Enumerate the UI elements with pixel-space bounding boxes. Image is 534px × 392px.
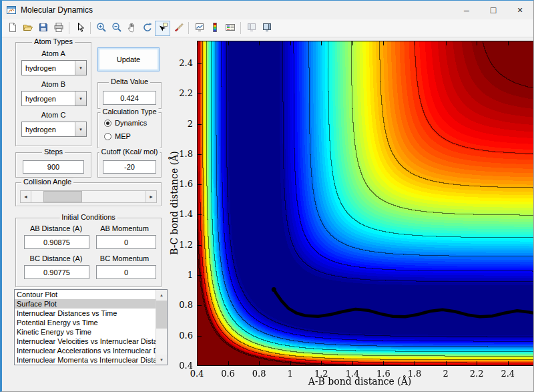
bc-momentum-field[interactable]: 0 (96, 265, 156, 279)
radio-selected-icon (104, 120, 111, 127)
close-button[interactable]: × (507, 1, 533, 19)
zoom-out-button[interactable] (109, 21, 124, 36)
mep-radio[interactable]: MEP (104, 132, 131, 140)
list-item[interactable]: Potential Energy vs Time (15, 318, 156, 327)
slider-track[interactable] (31, 191, 146, 202)
y-tick-label: 2.4 (173, 58, 193, 68)
x-tick-label: 0.6 (217, 369, 240, 379)
zoom-out-icon (111, 22, 122, 35)
ab-distance-field[interactable]: 0.90875 (24, 235, 89, 249)
x-tick-label: 2.4 (497, 369, 519, 379)
link-plot-button[interactable] (192, 21, 207, 36)
scroll-down-icon[interactable]: ▼ (156, 355, 167, 365)
rotate-3d-icon (142, 22, 153, 35)
atom-a-dropdown-value: hydrogen (22, 64, 75, 72)
delta-value-panel: Delta Value 0.424 (97, 82, 162, 109)
hide-plot-tools-button[interactable] (244, 21, 259, 36)
y-tick-label: 2.2 (173, 88, 193, 98)
atom-types-panel: Atom Types Atom A hydrogen ▼ Atom B hydr… (15, 42, 91, 146)
chevron-down-icon: ▼ (75, 61, 86, 75)
y-tick-label: 0.4 (173, 361, 193, 371)
atom-c-dropdown-value: hydrogen (22, 126, 75, 134)
insert-colorbar-button[interactable] (207, 21, 222, 36)
brush-button[interactable] (170, 21, 186, 36)
chevron-down-icon: ▼ (75, 122, 86, 136)
list-item[interactable]: Internuclear Velocities vs Internuclear … (15, 337, 156, 346)
steps-panel: Steps 900 (15, 152, 91, 178)
scrollbar-track[interactable] (156, 300, 167, 355)
minimize-button[interactable]: – (453, 1, 480, 19)
cutoff-field[interactable]: -20 (103, 160, 156, 174)
dynamics-radio[interactable]: Dynamics (104, 119, 147, 127)
chevron-down-icon: ▼ (75, 91, 86, 106)
collision-angle-panel-title: Collision Angle (21, 178, 73, 186)
collision-angle-slider[interactable]: ◄ ► (20, 190, 157, 203)
data-cursor-icon (158, 22, 168, 35)
print-icon (53, 22, 64, 35)
initial-conditions-panel-title: Initial Conditions (59, 213, 117, 221)
open-folder-button[interactable] (20, 21, 35, 36)
update-button[interactable]: Update (97, 47, 160, 71)
plot-type-listbox[interactable]: Contour PlotSurface PlotInternuclear Dis… (14, 289, 168, 365)
toolbar-separator (240, 22, 241, 34)
hide-plot-tools-icon (246, 22, 257, 35)
x-axis-label: A-B bond distance (Å) (266, 376, 453, 387)
listbox-scrollbar[interactable]: ▲ ▼ (156, 290, 167, 365)
rotate-3d-button[interactable] (140, 21, 155, 36)
figure-toolbar (2, 19, 533, 37)
pes-contour-canvas[interactable] (197, 41, 534, 366)
save-icon (38, 22, 49, 35)
data-cursor-button[interactable] (155, 21, 170, 36)
slider-right-arrow-button[interactable]: ► (146, 191, 156, 202)
scroll-up-icon[interactable]: ▲ (156, 290, 167, 300)
mep-radio-label: MEP (115, 132, 131, 140)
calculation-type-panel: Calculation Type Dynamics MEP (97, 112, 162, 148)
save-button[interactable] (35, 21, 51, 36)
atom-b-dropdown-value: hydrogen (22, 95, 75, 103)
insert-colorbar-icon (210, 22, 220, 35)
ab-momentum-field[interactable]: 0 (96, 235, 156, 249)
atom-a-dropdown[interactable]: hydrogen ▼ (21, 60, 87, 75)
plot-type-list-items: Contour PlotSurface PlotInternuclear Dis… (15, 290, 156, 365)
steps-panel-title: Steps (42, 148, 65, 156)
slider-left-arrow-button[interactable]: ◄ (21, 191, 31, 202)
new-file-button[interactable] (5, 21, 20, 36)
list-item[interactable]: Internuclear Distances vs Time (15, 309, 156, 318)
bc-distance-label: BC Distance (A) (23, 254, 89, 262)
zoom-in-button[interactable] (93, 21, 109, 36)
collision-angle-panel: Collision Angle ◄ ► (15, 182, 162, 206)
radio-unselected-icon (104, 133, 111, 140)
initial-conditions-panel: Initial Conditions AB Distance (A) AB Mo… (15, 218, 162, 287)
atom-b-dropdown[interactable]: hydrogen ▼ (21, 91, 87, 106)
list-item[interactable]: Internuclear Accelerations vs Internucle… (15, 346, 156, 355)
list-item[interactable]: Contour Plot (15, 290, 156, 299)
edit-plot-button[interactable] (72, 21, 87, 36)
link-plot-icon (194, 22, 205, 35)
bc-distance-field[interactable]: 0.90775 (24, 265, 89, 279)
y-axis-label: B-C bond distance (Å) (169, 143, 180, 263)
bc-momentum-label: BC Momentum (93, 254, 156, 262)
delta-value-field[interactable]: 0.424 (103, 91, 156, 105)
maximize-button[interactable]: □ (480, 1, 507, 19)
list-item[interactable]: Surface Plot (15, 299, 156, 309)
pan-button[interactable] (124, 21, 140, 36)
pan-hand-icon (127, 22, 138, 35)
delta-value-panel-title: Delta Value (109, 77, 150, 85)
list-item[interactable]: Internuclear Momenta vs Internuclear Dis… (15, 355, 156, 365)
atom-types-panel-title: Atom Types (32, 37, 75, 45)
steps-field[interactable]: 900 (23, 160, 84, 174)
print-button[interactable] (51, 21, 66, 36)
list-item[interactable]: Kinetic Energy vs Time (15, 327, 156, 337)
insert-legend-button[interactable] (222, 21, 238, 36)
show-plot-tools-button[interactable] (259, 21, 274, 36)
ab-momentum-label: AB Momentum (93, 224, 156, 232)
app-icon (6, 5, 17, 15)
insert-legend-icon (225, 22, 236, 35)
toolbar-separator (188, 22, 189, 34)
atom-c-label: Atom C (16, 111, 91, 119)
new-file-icon (7, 22, 18, 35)
show-plot-tools-icon (262, 22, 272, 35)
scrollbar-thumb[interactable] (156, 301, 167, 329)
atom-c-dropdown[interactable]: hydrogen ▼ (21, 122, 87, 137)
slider-thumb[interactable] (43, 191, 82, 202)
